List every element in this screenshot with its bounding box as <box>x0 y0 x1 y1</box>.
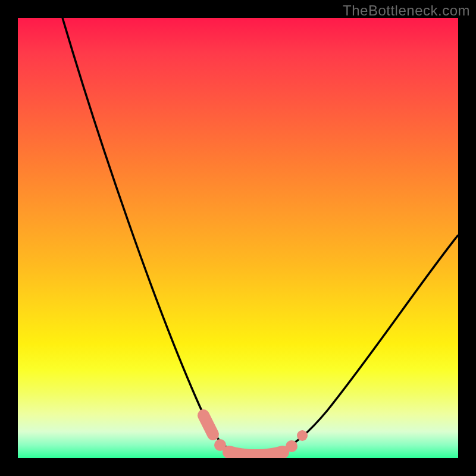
watermark-text: TheBottleneck.com <box>343 2 470 19</box>
marker-dot <box>286 440 298 452</box>
chart-frame: TheBottleneck.com <box>0 0 476 476</box>
marker-left-segment <box>203 415 213 434</box>
marker-dot <box>214 439 226 451</box>
chart-svg <box>18 18 458 458</box>
chart-plot-area <box>18 18 458 458</box>
marker-dot <box>297 430 308 441</box>
optimal-range-segment <box>229 452 283 456</box>
bottleneck-curve <box>62 18 458 455</box>
